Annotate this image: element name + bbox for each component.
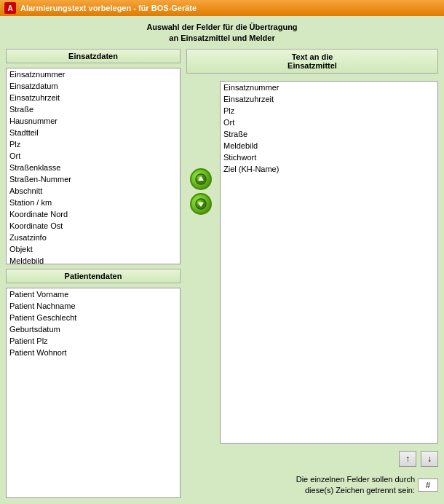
list-item[interactable]: Meldebild	[221, 140, 437, 151]
right-content: Einsatznummer Einsatzuhrzeit Plz Ort Str…	[186, 81, 438, 444]
separator-label: Die einzelnen Felder sollen durchdiese(s…	[296, 474, 415, 495]
top-label: Auswahl der Felder für die Übertragungan…	[6, 22, 438, 44]
list-item[interactable]: Stichwort	[221, 151, 437, 163]
list-item[interactable]: Stadtteil	[7, 127, 180, 138]
list-item[interactable]: Station / km	[7, 197, 180, 208]
einsatzdaten-header: Einsatzdaten	[6, 49, 181, 63]
bottom-controls: ↑ ↓	[186, 448, 438, 470]
middle-buttons	[186, 81, 215, 444]
list-item[interactable]: Patient Geschlecht	[7, 312, 180, 323]
title-bar: A Alarmierungstext vorbelegen - für BOS-…	[0, 0, 444, 16]
einsatzmittel-list[interactable]: Einsatznummer Einsatzuhrzeit Plz Ort Str…	[220, 81, 438, 444]
right-panel: Text an die Einsatzmittel	[186, 49, 438, 498]
patientendaten-header: Patientendaten	[6, 269, 181, 283]
main-window: Auswahl der Felder für die Übertragungan…	[0, 16, 444, 504]
move-up-button[interactable]: ↑	[399, 451, 416, 467]
list-item[interactable]: Patient Nachname	[7, 300, 180, 312]
list-item[interactable]: Objekt	[7, 243, 180, 255]
list-item[interactable]: Straßen-Nummer	[7, 173, 180, 185]
list-item[interactable]: Abschnitt	[7, 185, 180, 197]
remove-button[interactable]	[190, 193, 212, 215]
list-item[interactable]: Zusatzinfo	[7, 232, 180, 243]
list-item[interactable]: Hausnummer	[7, 115, 180, 127]
add-button[interactable]	[190, 168, 212, 190]
title-bar-icon: A	[4, 2, 16, 14]
patienten-list[interactable]: Patient Vorname Patient Nachname Patient…	[6, 288, 181, 498]
list-item[interactable]: Patient Wohnort	[7, 347, 180, 358]
list-item[interactable]: Einsatzuhrzeit	[7, 92, 180, 103]
list-item[interactable]: Straße	[7, 103, 180, 115]
list-item[interactable]: Plz	[7, 138, 180, 150]
list-item[interactable]: Koordinate Nord	[7, 208, 180, 220]
left-panel: Einsatzdaten Einsatznummer Einsatzdatum …	[6, 49, 181, 498]
list-item[interactable]: Koordinate Ost	[7, 220, 180, 232]
move-down-button[interactable]: ↓	[421, 451, 438, 467]
list-item[interactable]: Ort	[221, 117, 437, 128]
title-bar-title: Alarmierungstext vorbelegen - für BOS-Ge…	[20, 4, 197, 12]
list-item[interactable]: Patient Vorname	[7, 288, 180, 300]
content-area: Einsatzdaten Einsatznummer Einsatzdatum …	[6, 49, 438, 498]
list-item[interactable]: Straße	[221, 128, 437, 140]
list-item[interactable]: Straßenklasse	[7, 162, 180, 173]
list-item[interactable]: Ort	[7, 150, 180, 162]
einsatz-list[interactable]: Einsatznummer Einsatzdatum Einsatzuhrzei…	[6, 68, 181, 264]
list-item[interactable]: Einsatzdatum	[7, 80, 180, 92]
list-item[interactable]: Einsatznummer	[7, 68, 180, 80]
list-item[interactable]: Einsatzuhrzeit	[221, 93, 437, 105]
list-item[interactable]: Einsatznummer	[221, 82, 437, 93]
list-item[interactable]: Meldebild	[7, 255, 180, 264]
list-item[interactable]: Patient Plz	[7, 335, 180, 347]
separator-row: Die einzelnen Felder sollen durchdiese(s…	[186, 473, 438, 498]
list-item[interactable]: Ziel (KH-Name)	[221, 163, 437, 175]
list-item[interactable]: Geburtsdatum	[7, 323, 180, 335]
separator-input[interactable]	[418, 479, 438, 492]
list-item[interactable]: Plz	[221, 105, 437, 117]
text-einsatzmittel-header: Text an die Einsatzmittel	[186, 49, 438, 74]
